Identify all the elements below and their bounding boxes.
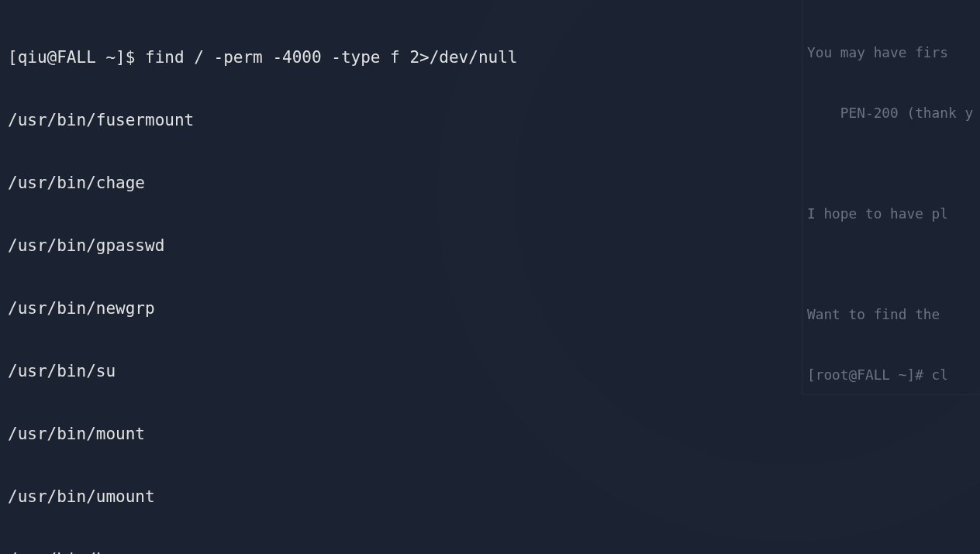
terminal-main[interactable]: [qiu@FALL ~]$ find / -perm -4000 -type f… xyxy=(0,0,564,554)
output-line: /usr/bin/su xyxy=(8,361,557,382)
output-line: /usr/bin/newgrp xyxy=(8,298,557,319)
output-line: /usr/bin/ksu xyxy=(8,549,557,554)
output-line: /usr/bin/mount xyxy=(8,424,557,445)
secondary-line: PEN-200 (thank y xyxy=(807,103,980,123)
output-line: /usr/bin/gpasswd xyxy=(8,236,557,256)
output-line: /usr/bin/fusermount xyxy=(8,110,557,131)
shell-command: find / -perm -4000 -type f 2>/dev/null xyxy=(145,48,517,67)
shell-prompt: [qiu@FALL ~]$ xyxy=(8,48,145,67)
secondary-line: You may have firs xyxy=(807,43,980,63)
output-line: /usr/bin/chage xyxy=(8,173,557,194)
terminal-secondary[interactable]: You may have firs PEN-200 (thank y I hop… xyxy=(802,0,980,395)
secondary-line: I hope to have pl xyxy=(807,204,980,224)
secondary-line: Want to find the xyxy=(807,305,980,325)
output-line: /usr/bin/umount xyxy=(8,487,557,508)
terminal-command-line: [qiu@FALL ~]$ find / -perm -4000 -type f… xyxy=(8,47,557,68)
secondary-root-prompt: [root@FALL ~]# cl xyxy=(807,365,980,385)
